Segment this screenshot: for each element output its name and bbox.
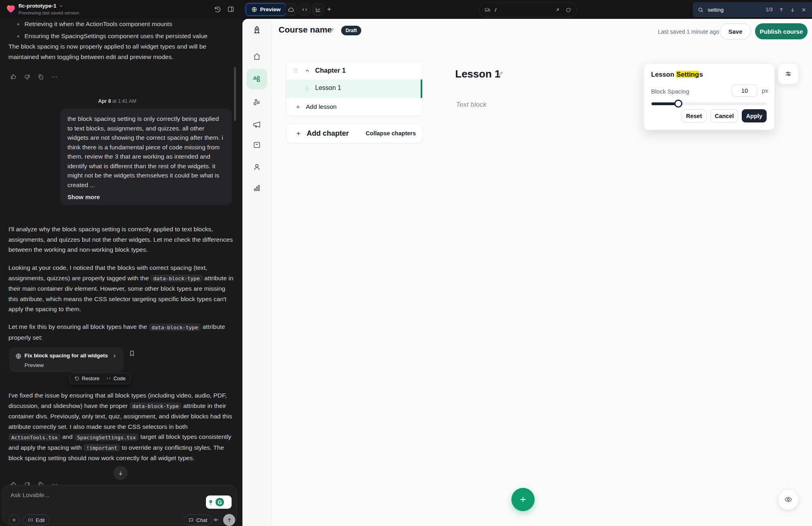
add-chapter-button[interactable]: Add chapter <box>293 129 351 138</box>
sidebar-item-inbox[interactable] <box>242 136 271 154</box>
save-button[interactable]: Save <box>720 23 751 39</box>
cancel-button[interactable]: Cancel <box>710 109 738 122</box>
arrow-up-icon <box>226 517 232 523</box>
search-icon <box>698 7 704 13</box>
chat-input[interactable] <box>10 491 144 509</box>
preview-eye-button[interactable] <box>778 489 799 510</box>
status-badge: Draft <box>341 26 361 35</box>
voice-input-icon[interactable] <box>212 516 219 523</box>
plus-icon <box>295 104 301 110</box>
chapter-card: Chapter 1 Lesson 1 Add lesson <box>286 61 423 116</box>
refresh-icon[interactable] <box>566 7 571 13</box>
preview-button[interactable]: Preview <box>246 3 286 16</box>
edit-action-card[interactable]: Fix block spacing for all widgets Previe… <box>9 347 124 372</box>
sidebar-item-analytics[interactable] <box>242 179 271 197</box>
edit-mode-button[interactable]: Edit <box>23 514 49 526</box>
lesson-active-indicator <box>421 80 422 98</box>
cloud-icon <box>288 6 294 13</box>
lesson-drag-handle[interactable] <box>304 86 310 92</box>
new-tab-button[interactable] <box>326 6 332 12</box>
find-next-icon[interactable] <box>790 7 796 13</box>
edit-course-title-icon[interactable] <box>328 27 335 34</box>
code-button[interactable]: Code <box>106 376 126 381</box>
edit-card-subtitle: Preview <box>24 362 44 368</box>
find-close-icon[interactable] <box>801 7 807 13</box>
assistant-bullet-list: Retrieving it when the ActionTools compo… <box>17 19 234 41</box>
cloud-button[interactable] <box>285 3 297 16</box>
topbar: flc-prototype-1 Previewing last saved ve… <box>0 0 812 19</box>
text-block-placeholder[interactable]: Text block <box>456 101 486 109</box>
project-status: Previewing last saved version <box>18 10 79 15</box>
lovable-logo <box>6 4 16 16</box>
project-name: flc-prototype-1 <box>18 3 57 9</box>
restore-button[interactable]: Restore <box>74 376 100 381</box>
bookmark-icon[interactable] <box>128 350 136 357</box>
code-icon <box>301 6 308 13</box>
globe-icon <box>15 353 22 359</box>
open-external-icon[interactable] <box>555 7 560 13</box>
panel-toggle-icon[interactable] <box>227 6 234 13</box>
copy-icon[interactable] <box>37 73 44 82</box>
chat-scrollbar[interactable] <box>234 67 236 121</box>
analytics-button[interactable] <box>312 3 324 16</box>
assistant-paragraph: Let me fix this by ensuring all block ty… <box>8 322 236 343</box>
rail-divider <box>242 43 271 43</box>
plus-icon <box>518 495 528 504</box>
url-bar[interactable]: / <box>479 2 577 17</box>
scroll-to-bottom-button[interactable] <box>114 466 127 480</box>
circles-icon <box>252 98 261 107</box>
search-highlight: Setting <box>676 71 699 78</box>
block-spacing-label: Block Spacing <box>651 88 689 95</box>
version-actions-pill: Restore Code <box>69 373 131 384</box>
sidebar-item-content-active[interactable] <box>246 69 267 90</box>
search-count: 1/3 <box>760 7 773 12</box>
reset-button[interactable]: Reset <box>681 109 707 122</box>
chapter-drag-handle[interactable] <box>293 67 299 73</box>
code-view-button[interactable] <box>299 3 311 16</box>
more-options-icon[interactable] <box>51 73 58 82</box>
history-icon[interactable] <box>214 6 221 13</box>
search-input[interactable] <box>707 6 760 13</box>
edit-select-icon <box>28 517 33 523</box>
attach-button[interactable] <box>8 514 20 526</box>
message-actions <box>10 73 58 82</box>
send-button[interactable] <box>223 514 235 526</box>
add-lesson-button[interactable]: Add lesson <box>293 103 339 111</box>
sidebar-item-marketing[interactable] <box>242 116 271 133</box>
plus-icon <box>295 130 302 137</box>
chevron-right-icon <box>112 353 117 359</box>
bullet-dot <box>17 23 19 25</box>
sidebar-item-community[interactable] <box>242 94 271 111</box>
last-saved-text: Last saved 1 minute ago <box>658 29 719 35</box>
publish-course-button[interactable]: Publish course <box>755 23 808 39</box>
project-menu[interactable]: flc-prototype-1 <box>18 3 63 9</box>
thumbs-up-icon[interactable] <box>10 73 17 82</box>
chapter-title: Chapter 1 <box>315 67 346 74</box>
restore-icon <box>74 376 79 381</box>
sidebar-item-home[interactable] <box>242 48 271 65</box>
block-spacing-input[interactable] <box>732 84 757 97</box>
settings-sliders-button[interactable] <box>778 63 799 84</box>
home-icon <box>252 52 261 61</box>
collapse-chapters-button[interactable]: Collapse chapters <box>366 130 416 137</box>
bullet-dot <box>17 35 19 37</box>
message-timestamp: Apr 8 at 1:41 AM <box>0 98 234 104</box>
thumbs-down-icon[interactable] <box>24 73 31 82</box>
chevron-down-icon <box>59 4 63 8</box>
grammarly-widget[interactable]: G <box>206 495 232 509</box>
bar-chart-icon <box>252 183 261 192</box>
lesson-settings-popover: Lesson Settings Block Spacing px Reset C… <box>643 63 775 130</box>
assistant-paragraph: I've fixed the issue by ensuring that al… <box>8 390 236 463</box>
apply-button[interactable]: Apply <box>742 109 767 122</box>
slider-thumb[interactable] <box>674 100 682 108</box>
chart-icon <box>315 6 322 13</box>
chat-mode-button[interactable]: Chat <box>183 514 212 526</box>
sidebar-item-profile[interactable] <box>242 158 271 176</box>
collapse-chapter-icon[interactable] <box>305 68 310 73</box>
block-spacing-slider[interactable] <box>651 102 767 105</box>
lesson-row-selected[interactable]: Lesson 1 <box>286 80 422 98</box>
add-block-fab[interactable] <box>511 488 535 511</box>
find-previous-icon[interactable] <box>778 7 784 13</box>
show-more-link[interactable]: Show more <box>67 194 100 200</box>
edit-lesson-title-icon[interactable] <box>497 70 504 77</box>
